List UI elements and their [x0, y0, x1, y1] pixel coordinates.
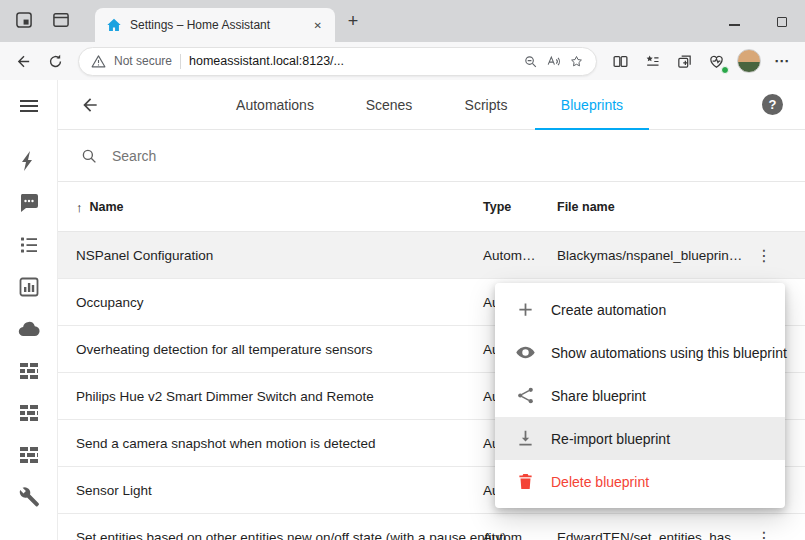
- titlebar-left-actions: [14, 10, 71, 30]
- menu-item-label: Delete blueprint: [551, 474, 649, 490]
- settings-more-icon[interactable]: ⋯: [767, 46, 797, 76]
- integration-wall-icon-3[interactable]: [17, 443, 41, 467]
- row-file: EdwardTEN/set_entities_has…: [557, 514, 745, 540]
- row-overflow-menu-icon[interactable]: ⋮: [752, 232, 776, 279]
- sort-ascending-icon: ↑: [76, 200, 83, 215]
- browser-tab[interactable]: Settings – Home Assistant ✕: [95, 8, 335, 42]
- column-header-file[interactable]: File name: [557, 182, 615, 232]
- cloud-icon[interactable]: [17, 317, 41, 341]
- read-aloud-icon[interactable]: [546, 54, 561, 69]
- search-bar: [58, 130, 805, 182]
- window-maximize-button[interactable]: [777, 17, 787, 27]
- url-text: homeassistant.local:8123/...: [189, 54, 344, 68]
- row-type: Autom…: [483, 514, 536, 540]
- browser-essentials-icon[interactable]: [701, 46, 731, 76]
- menu-item-reimport-blueprint[interactable]: Re-import blueprint: [495, 417, 785, 460]
- row-overflow-menu-icon[interactable]: ⋮: [752, 514, 776, 540]
- browser-toolbar: Not secure homeassistant.local:8123/... …: [0, 42, 805, 80]
- favorites-icon[interactable]: [637, 46, 667, 76]
- home-assistant-favicon: [106, 17, 122, 33]
- energy-icon[interactable]: [17, 149, 41, 173]
- menu-item-delete-blueprint[interactable]: Delete blueprint: [495, 460, 785, 503]
- tab-scenes[interactable]: Scenes: [366, 80, 413, 130]
- row-name: Sensor Light: [76, 467, 152, 514]
- assist-chat-icon[interactable]: [17, 191, 41, 215]
- row-type: Autom…: [483, 232, 536, 279]
- trash-icon: [515, 471, 536, 492]
- security-label: Not secure: [114, 54, 172, 68]
- warning-icon: [91, 54, 106, 69]
- address-divider: [180, 54, 181, 69]
- eye-icon: [515, 342, 536, 363]
- menu-item-label: Create automation: [551, 302, 666, 318]
- table-header: ↑ Name Type File name: [58, 182, 805, 232]
- tab-scripts[interactable]: Scripts: [465, 80, 508, 130]
- column-name-label: Name: [90, 200, 124, 214]
- menu-item-create-automation[interactable]: Create automation: [495, 288, 785, 331]
- help-icon[interactable]: ?: [762, 94, 783, 115]
- browser-titlebar: Settings – Home Assistant ✕ +: [0, 0, 805, 42]
- row-name: Philips Hue v2 Smart Dimmer Switch and R…: [76, 373, 374, 420]
- window-minimize-button[interactable]: [729, 24, 740, 26]
- row-name: Send a camera snapshot when motion is de…: [76, 420, 375, 467]
- integration-wall-icon-2[interactable]: [17, 401, 41, 425]
- integration-wall-icon-1[interactable]: [17, 359, 41, 383]
- column-header-type[interactable]: Type: [483, 182, 511, 232]
- row-name: NSPanel Configuration: [76, 232, 213, 279]
- address-bar[interactable]: Not secure homeassistant.local:8123/...: [78, 47, 597, 76]
- tab-blueprints[interactable]: Blueprints: [561, 80, 623, 130]
- essentials-status-dot: [721, 66, 729, 74]
- profile-avatar[interactable]: [737, 49, 761, 73]
- menu-item-label: Show automations using this blueprint: [551, 345, 787, 361]
- split-screen-icon[interactable]: [605, 46, 635, 76]
- refresh-button[interactable]: [40, 46, 70, 76]
- home-assistant-app: Automations Scenes Scripts Blueprints ? …: [0, 80, 805, 540]
- table-row[interactable]: Set entities based on other entities new…: [58, 514, 805, 540]
- zoom-out-icon[interactable]: [523, 54, 538, 69]
- tab-automations[interactable]: Automations: [236, 80, 314, 130]
- row-name: Occupancy: [76, 279, 144, 326]
- menu-item-share-blueprint[interactable]: Share blueprint: [495, 374, 785, 417]
- column-header-name[interactable]: ↑ Name: [76, 182, 124, 232]
- plus-icon: [515, 299, 536, 320]
- back-button[interactable]: [8, 46, 38, 76]
- menu-item-label: Share blueprint: [551, 388, 646, 404]
- row-file: Blackymas/nspanel_blueprin…: [557, 232, 742, 279]
- new-tab-button[interactable]: +: [341, 9, 365, 33]
- download-icon: [515, 428, 536, 449]
- search-input[interactable]: [112, 148, 805, 164]
- menu-item-show-automations[interactable]: Show automations using this blueprint: [495, 331, 785, 374]
- row-name: Set entities based on other entities new…: [76, 514, 507, 540]
- search-icon: [80, 147, 98, 165]
- tab-title: Settings – Home Assistant: [130, 18, 309, 32]
- menu-icon[interactable]: [17, 94, 41, 118]
- row-context-menu: Create automation Show automations using…: [495, 283, 785, 508]
- tools-wrench-icon[interactable]: [17, 485, 41, 509]
- page-back-icon[interactable]: [80, 95, 100, 115]
- history-chart-icon[interactable]: [17, 275, 41, 299]
- table-row[interactable]: NSPanel Configuration Autom… Blackymas/n…: [58, 232, 805, 279]
- menu-item-label: Re-import blueprint: [551, 431, 670, 447]
- todo-list-icon[interactable]: [17, 233, 41, 257]
- collections-icon[interactable]: [669, 46, 699, 76]
- tab-actions-icon[interactable]: [51, 10, 71, 30]
- page-header: Automations Scenes Scripts Blueprints ?: [58, 80, 805, 130]
- tab-close-icon[interactable]: ✕: [309, 17, 327, 34]
- share-icon: [515, 385, 536, 406]
- workspaces-icon[interactable]: [14, 10, 34, 30]
- row-name: Overheating detection for all temperatur…: [76, 326, 372, 373]
- sidebar-rail: [0, 80, 58, 540]
- favorite-star-icon[interactable]: [569, 54, 584, 69]
